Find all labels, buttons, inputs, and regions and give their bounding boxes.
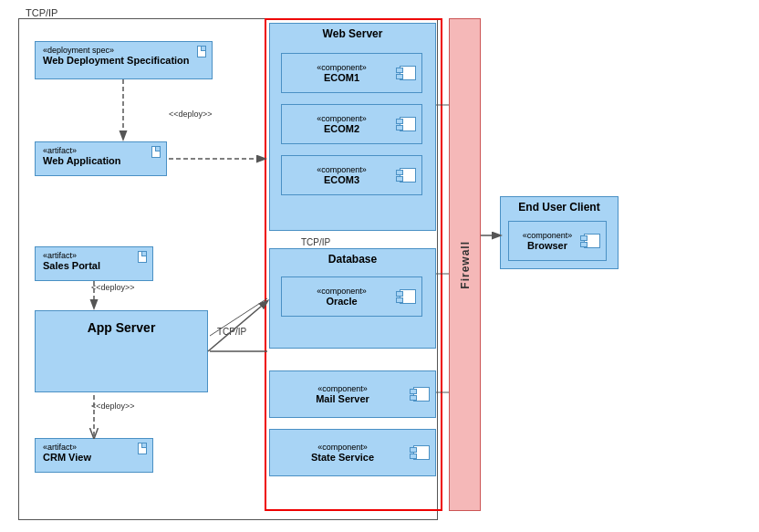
deployment-spec-name: Web Deployment Specification: [43, 55, 204, 66]
database-title: Database: [270, 249, 435, 267]
state-service-icon: [413, 445, 430, 460]
app-server-node: App Server: [35, 310, 208, 392]
web-server-node: Web Server «component» ECOM1 «component»…: [269, 23, 436, 231]
sales-portal-stereo: «artifact»: [43, 251, 145, 260]
browser-stereo: «component»: [515, 231, 580, 240]
app-server-title: App Server: [36, 311, 207, 339]
ecom3-name: ECOM3: [287, 174, 396, 185]
ecom3-stereo: «component»: [287, 165, 396, 174]
web-deployment-spec-artifact: «deployment spec» Web Deployment Specifi…: [35, 41, 213, 79]
tcpip-app-label: TCP/IP: [217, 327, 246, 337]
web-app-icon: [151, 146, 161, 158]
deploy-label-3: <<deploy>>: [91, 402, 135, 411]
diagram-container: TCP/IP Firewall Web Server «component» E…: [0, 0, 759, 532]
ecom2-icon: [400, 117, 416, 131]
crm-view-stereo: «artifact»: [43, 443, 145, 452]
mail-state-node: «component» Mail Server «component» Stat…: [269, 363, 436, 498]
mail-server-name: Mail Server: [276, 393, 410, 404]
ecom1-stereo: «component»: [287, 63, 396, 72]
deployment-spec-stereo: «deployment spec»: [43, 46, 204, 55]
deployment-spec-icon: [197, 46, 206, 57]
tcpip-outer-label: TCP/IP: [26, 7, 57, 18]
state-service-name: State Service: [276, 452, 410, 463]
state-service-stereo: «component»: [276, 443, 410, 452]
mail-server-icon: [413, 387, 430, 402]
ecom3-component: «component» ECOM3: [281, 155, 422, 195]
end-user-client-node: End User Client «component» Browser: [500, 196, 619, 269]
crm-view-artifact: «artifact» CRM View: [35, 438, 153, 473]
oracle-name: Oracle: [287, 296, 396, 307]
web-app-name: Web Application: [43, 155, 159, 166]
mail-server-stereo: «component»: [276, 384, 410, 393]
ecom1-name: ECOM1: [287, 72, 396, 83]
browser-name: Browser: [515, 240, 580, 251]
browser-component: «component» Browser: [508, 221, 607, 261]
deploy-label-1: <<deploy>>: [169, 110, 213, 119]
oracle-component: «component» Oracle: [281, 276, 422, 317]
crm-view-icon: [138, 443, 147, 454]
ecom1-icon: [400, 66, 416, 80]
state-service-component: «component» State Service: [269, 429, 436, 476]
end-user-title: End User Client: [501, 197, 618, 215]
oracle-icon: [400, 289, 416, 304]
mail-server-component: «component» Mail Server: [269, 370, 436, 418]
web-app-stereo: «artifact»: [43, 146, 159, 155]
sales-portal-artifact: «artifact» Sales Portal: [35, 246, 153, 281]
sales-portal-icon: [138, 251, 147, 263]
web-server-title: Web Server: [270, 24, 435, 42]
crm-view-name: CRM View: [43, 452, 145, 463]
ecom3-icon: [400, 168, 416, 183]
sales-portal-name: Sales Portal: [43, 260, 145, 271]
web-application-artifact: «artifact» Web Application: [35, 141, 167, 176]
firewall-box: Firewall: [449, 18, 481, 511]
firewall-label: Firewall: [459, 241, 472, 289]
deploy-label-2: <<deploy>>: [91, 283, 135, 292]
ecom2-name: ECOM2: [287, 123, 396, 134]
oracle-stereo: «component»: [287, 287, 396, 296]
browser-icon: [584, 234, 600, 248]
ecom2-component: «component» ECOM2: [281, 104, 422, 144]
tcpip-mid-label: TCP/IP: [301, 237, 330, 247]
database-node: Database «component» Oracle: [269, 248, 436, 349]
ecom1-component: «component» ECOM1: [281, 53, 422, 93]
ecom2-stereo: «component»: [287, 114, 396, 123]
